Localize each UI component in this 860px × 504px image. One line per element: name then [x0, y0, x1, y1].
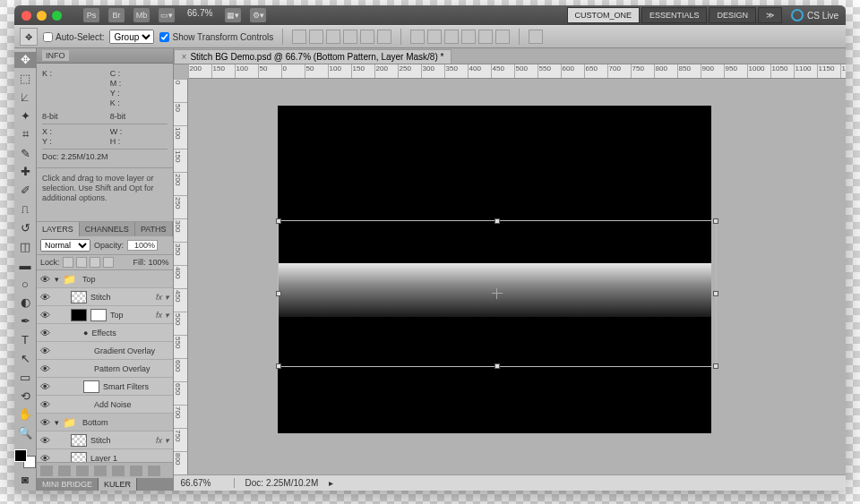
- fg-color-swatch[interactable]: [14, 449, 27, 462]
- auto-align-icon[interactable]: [529, 30, 543, 44]
- ruler-horizontal[interactable]: 2001501005005010015020025030035040045050…: [188, 64, 846, 79]
- visibility-icon[interactable]: 👁: [40, 310, 51, 320]
- layer-thumb[interactable]: [71, 452, 87, 463]
- status-arrow-icon[interactable]: ▸: [329, 478, 333, 488]
- layer-thumb[interactable]: [83, 380, 99, 393]
- status-zoom[interactable]: 66.67%: [181, 478, 235, 488]
- layer-thumb[interactable]: [71, 291, 87, 303]
- lock-all-icon[interactable]: [103, 257, 114, 268]
- move-tool-icon[interactable]: ✥: [20, 28, 38, 46]
- screen-mode-icon[interactable]: ▭▾: [159, 8, 175, 22]
- cslive-button[interactable]: CS Live: [791, 9, 838, 21]
- minibridge-icon[interactable]: Mb: [133, 8, 150, 22]
- layer-thumb[interactable]: [71, 434, 87, 447]
- layer-row[interactable]: 👁Gradient Overlay: [37, 342, 173, 360]
- fx-badge[interactable]: fx ▾: [156, 293, 169, 302]
- layer-row[interactable]: 👁▾📁Top: [37, 270, 173, 288]
- layer-row[interactable]: 👁▾📁Bottom: [37, 414, 173, 431]
- align-vcenter-icon[interactable]: [309, 30, 323, 44]
- dist-left-icon[interactable]: [461, 30, 476, 44]
- zoom-tool[interactable]: 🔍: [14, 425, 36, 441]
- brush-tool[interactable]: ✐: [14, 183, 36, 199]
- dist-right-icon[interactable]: [495, 30, 510, 44]
- workspace-essentials[interactable]: ESSENTIALS: [641, 7, 708, 23]
- layer-name[interactable]: Top: [82, 275, 169, 284]
- shape-tool[interactable]: ▭: [14, 369, 36, 385]
- eyedropper-tool[interactable]: ✎: [14, 145, 36, 161]
- visibility-icon[interactable]: 👁: [40, 399, 51, 410]
- layer-row[interactable]: 👁Topfx ▾: [37, 306, 173, 324]
- disclosure-icon[interactable]: ▾: [55, 418, 59, 427]
- visibility-icon[interactable]: 👁: [40, 292, 51, 303]
- color-swatches[interactable]: [14, 449, 36, 468]
- quickmask-icon[interactable]: ◙: [14, 471, 36, 487]
- zoom-display[interactable]: 66.7%: [184, 8, 216, 22]
- history-brush-tool[interactable]: ↺: [14, 220, 36, 236]
- stamp-tool[interactable]: ⎍: [14, 201, 36, 218]
- layers-list[interactable]: 👁▾📁Top👁Stitchfx ▾👁Topfx ▾👁●Effects👁Gradi…: [37, 270, 173, 462]
- handle-mid-right[interactable]: [713, 291, 718, 296]
- fx-badge[interactable]: fx ▾: [156, 311, 169, 320]
- lock-pixels-icon[interactable]: [76, 257, 87, 268]
- tab-kuler[interactable]: KULER: [99, 478, 137, 491]
- workspace-custom[interactable]: CUSTOM_ONE: [567, 7, 640, 23]
- bridge-icon[interactable]: Br: [108, 8, 125, 22]
- dodge-tool[interactable]: ◐: [14, 295, 36, 311]
- ps-logo-icon[interactable]: Ps: [83, 8, 99, 22]
- auto-select-dropdown[interactable]: Group: [109, 30, 154, 44]
- visibility-icon[interactable]: 👁: [40, 274, 51, 285]
- lock-transparency-icon[interactable]: [63, 257, 73, 268]
- disclosure-icon[interactable]: ▾: [55, 275, 59, 284]
- opacity-value[interactable]: 100%: [127, 240, 158, 251]
- adjustment-layer-icon[interactable]: [94, 466, 107, 476]
- layer-name[interactable]: Effects: [91, 329, 168, 337]
- layer-row[interactable]: 👁Stitchfx ▾: [37, 288, 173, 306]
- move-tool[interactable]: ✥: [14, 52, 36, 68]
- maximize-icon[interactable]: [52, 11, 62, 21]
- layer-name[interactable]: Stitch: [90, 436, 152, 445]
- info-tab[interactable]: INFO: [42, 50, 69, 61]
- extras-icon[interactable]: ⚙▾: [250, 8, 266, 22]
- path-tool[interactable]: ↖: [14, 351, 36, 367]
- visibility-icon[interactable]: 👁: [40, 328, 51, 338]
- show-transform-checkbox[interactable]: Show Transform Controls: [159, 32, 273, 42]
- layer-name[interactable]: Smart Filters: [103, 382, 169, 391]
- lock-position-icon[interactable]: [90, 257, 100, 268]
- visibility-icon[interactable]: 👁: [40, 417, 51, 428]
- heal-tool[interactable]: ✚: [14, 164, 36, 180]
- new-layer-icon[interactable]: [130, 466, 142, 476]
- align-top-icon[interactable]: [292, 30, 306, 44]
- visibility-icon[interactable]: 👁: [40, 346, 51, 356]
- layer-row[interactable]: 👁Smart Filters: [37, 378, 173, 396]
- fx-badge[interactable]: fx ▾: [156, 436, 169, 445]
- layer-fx-icon[interactable]: [58, 466, 71, 476]
- align-left-icon[interactable]: [343, 30, 357, 44]
- blur-tool[interactable]: ○: [14, 276, 36, 292]
- tab-layers[interactable]: LAYERS: [37, 222, 80, 236]
- minimize-icon[interactable]: [37, 11, 47, 21]
- canvas-background[interactable]: [188, 79, 846, 474]
- marquee-tool[interactable]: ⬚: [14, 71, 36, 87]
- visibility-icon[interactable]: 👁: [40, 381, 51, 392]
- document-tab[interactable]: × Stitch BG Demo.psd @ 66.7% (Bottom Pat…: [174, 49, 452, 64]
- handle-top-right[interactable]: [713, 218, 718, 224]
- layer-name[interactable]: Pattern Overlay: [94, 364, 169, 373]
- dist-top-icon[interactable]: [410, 30, 425, 44]
- tab-paths[interactable]: PATHS: [135, 222, 173, 236]
- visibility-icon[interactable]: 👁: [40, 363, 51, 374]
- layer-row[interactable]: 👁Pattern Overlay: [37, 360, 173, 378]
- auto-select-checkbox[interactable]: Auto-Select:: [43, 32, 104, 42]
- lasso-tool[interactable]: ⟀: [14, 90, 36, 106]
- gradient-tool[interactable]: ▬: [14, 257, 36, 273]
- layer-name[interactable]: Top: [110, 311, 152, 320]
- layer-name[interactable]: Add Noise: [94, 400, 169, 409]
- trash-icon[interactable]: [148, 466, 160, 476]
- align-hcenter-icon[interactable]: [360, 30, 374, 44]
- handle-bottom-right[interactable]: [713, 363, 718, 369]
- fill-value[interactable]: 100%: [149, 258, 169, 267]
- ruler-vertical[interactable]: 0501001502002503003504004505005506006507…: [174, 79, 188, 474]
- align-right-icon[interactable]: [377, 30, 391, 44]
- layer-name[interactable]: Layer 1: [90, 454, 169, 463]
- close-icon[interactable]: [22, 11, 31, 21]
- visibility-icon[interactable]: 👁: [40, 435, 51, 446]
